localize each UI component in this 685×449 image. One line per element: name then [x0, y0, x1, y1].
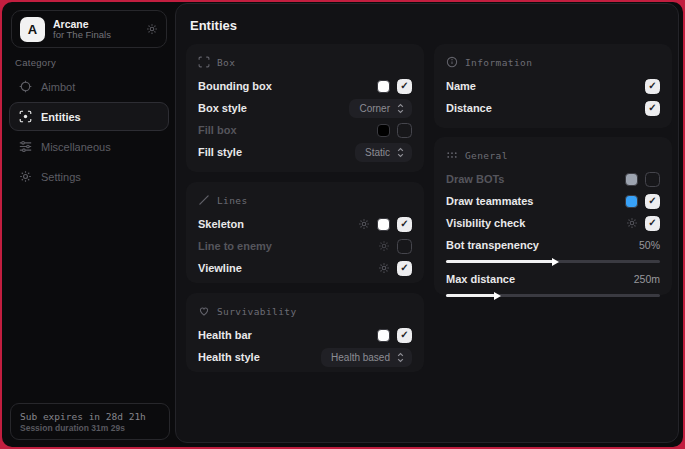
color-swatch[interactable] — [625, 173, 638, 186]
sub-expiry-text: Sub expires in 28d 21h — [20, 411, 160, 422]
checkbox[interactable] — [397, 239, 412, 254]
setting-row: Skeleton — [198, 213, 412, 235]
checkbox[interactable] — [645, 101, 660, 116]
setting-label: Name — [446, 80, 645, 92]
sidebar-item-label: Miscellaneous — [41, 141, 111, 153]
checkbox[interactable] — [645, 216, 660, 231]
gear-icon[interactable] — [146, 23, 158, 35]
app-title: Arcane — [53, 18, 138, 30]
heart-icon — [198, 305, 210, 317]
chevrons-up-down-icon — [396, 103, 405, 114]
section-title: Lines — [217, 195, 248, 206]
setting-label: Draw teammates — [446, 195, 625, 207]
setting-row: Name — [446, 75, 660, 97]
setting-label: Box style — [198, 102, 349, 114]
checkbox[interactable] — [397, 328, 412, 343]
checkbox[interactable] — [397, 123, 412, 138]
setting-row: Fill style Static — [198, 141, 412, 163]
sidebar-item-label: Aimbot — [41, 81, 75, 93]
gear-icon[interactable] — [358, 218, 370, 230]
setting-label: Health style — [198, 351, 321, 363]
color-swatch[interactable] — [377, 329, 390, 342]
setting-row: Health bar — [198, 324, 412, 346]
setting-row: Draw BOTs — [446, 168, 660, 190]
setting-label: Visibility check — [446, 217, 626, 229]
checkbox[interactable] — [645, 172, 660, 187]
max-distance-slider-group: Max distance 250m — [446, 270, 660, 297]
general-section: General Draw BOTs Draw teammates Visibil… — [434, 137, 672, 295]
setting-label: Health bar — [198, 329, 377, 341]
setting-label: Draw BOTs — [446, 173, 625, 185]
crosshair-icon — [19, 80, 32, 93]
subscription-card: Sub expires in 28d 21h Session duration … — [10, 403, 170, 440]
select-value: Static — [365, 147, 390, 158]
slider-thumb[interactable] — [494, 292, 501, 300]
setting-label: Fill style — [198, 146, 355, 158]
section-title: Box — [217, 57, 235, 68]
app-subtitle: for The Finals — [53, 30, 138, 41]
information-section: Information Name Distance — [434, 44, 672, 128]
checkbox[interactable] — [397, 79, 412, 94]
sidebar-item-settings[interactable]: Settings — [9, 162, 169, 191]
color-swatch[interactable] — [625, 195, 638, 208]
setting-label: Viewline — [198, 262, 378, 274]
checkbox[interactable] — [397, 217, 412, 232]
slider-track[interactable] — [446, 294, 660, 297]
setting-row: Fill box — [198, 119, 412, 141]
brand-card: A Arcane for The Finals — [11, 10, 167, 48]
slider-fill — [446, 260, 553, 263]
lines-section: Lines Skeleton Line to enemy — [186, 182, 424, 283]
box-style-select[interactable]: Corner — [349, 99, 412, 118]
corners-icon — [198, 56, 210, 68]
gear-icon[interactable] — [626, 217, 638, 229]
survivability-section: Survivability Health bar Health style He… — [186, 293, 424, 372]
slider-track[interactable] — [446, 260, 660, 263]
slider-value: 50% — [639, 239, 660, 251]
info-icon — [446, 56, 458, 68]
slider-thumb[interactable] — [552, 258, 559, 266]
color-swatch[interactable] — [377, 124, 390, 137]
setting-row: Visibility check — [446, 212, 660, 234]
slider-label: Max distance — [446, 273, 634, 285]
gear-icon[interactable] — [378, 240, 390, 252]
sidebar-item-label: Settings — [41, 171, 81, 183]
gear-icon — [19, 170, 32, 183]
page-title: Entities — [190, 18, 237, 33]
slider-value: 250m — [634, 273, 660, 285]
sidebar-item-miscellaneous[interactable]: Miscellaneous — [9, 132, 169, 161]
section-title: Information — [465, 57, 532, 68]
bot-transparency-slider-group: Bot transpenency 50% — [446, 236, 660, 263]
setting-row: Draw teammates — [446, 190, 660, 212]
app-window: A Arcane for The Finals Category — [2, 2, 683, 447]
chevrons-up-down-icon — [396, 147, 405, 158]
gear-icon[interactable] — [378, 262, 390, 274]
color-swatch[interactable] — [377, 80, 390, 93]
color-swatch[interactable] — [377, 218, 390, 231]
fill-style-select[interactable]: Static — [355, 143, 412, 162]
app-logo: A — [20, 17, 45, 42]
setting-label: Line to enemy — [198, 240, 378, 252]
setting-row: Box style Corner — [198, 97, 412, 119]
setting-row: Viewline — [198, 257, 412, 279]
checkbox[interactable] — [397, 261, 412, 276]
select-value: Health based — [331, 352, 390, 363]
scan-eye-icon — [19, 110, 32, 123]
session-duration-text: Session duration 31m 29s — [20, 423, 160, 433]
sidebar-item-aimbot[interactable]: Aimbot — [9, 72, 169, 101]
sidebar: A Arcane for The Finals Category — [2, 2, 175, 447]
slider-label: Bot transpenency — [446, 239, 639, 251]
checkbox[interactable] — [645, 79, 660, 94]
box-section: Box Bounding box Box style Corner — [186, 44, 424, 172]
section-title: Survivability — [217, 306, 297, 317]
chevrons-up-down-icon — [396, 352, 405, 363]
setting-label: Bounding box — [198, 80, 377, 92]
category-label: Category — [15, 57, 56, 68]
checkbox[interactable] — [645, 194, 660, 209]
setting-row: Bounding box — [198, 75, 412, 97]
setting-row: Distance — [446, 97, 660, 119]
setting-row: Health style Health based — [198, 346, 412, 368]
diagonal-line-icon — [198, 194, 210, 206]
health-style-select[interactable]: Health based — [321, 348, 412, 367]
select-value: Corner — [359, 103, 390, 114]
sidebar-item-entities[interactable]: Entities — [9, 102, 169, 131]
